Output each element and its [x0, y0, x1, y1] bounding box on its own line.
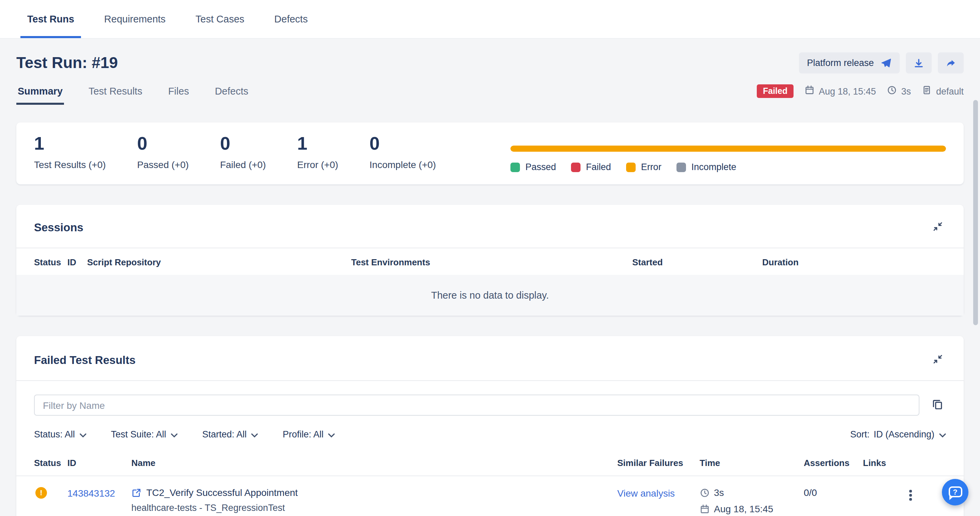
sort-label: Sort:	[850, 429, 869, 440]
chevron-down-icon	[939, 429, 946, 440]
run-duration: 3s	[887, 85, 911, 97]
sessions-card: Sessions Status ID Script Repository Tes…	[16, 205, 964, 316]
progress-bar-track	[511, 146, 946, 152]
col-time: Time	[700, 449, 804, 476]
row-actions-menu-button[interactable]	[907, 487, 914, 503]
stat-error: 1 Error (+0)	[297, 133, 338, 170]
stat-failed: 0 Failed (+0)	[220, 133, 266, 170]
stat-incomplete: 0 Incomplete (+0)	[369, 133, 436, 170]
header-actions: Platform release	[799, 52, 964, 73]
test-date: Aug 18, 15:45	[714, 503, 773, 514]
legend-swatch-error	[626, 162, 636, 172]
tab-test-runs[interactable]: Test Runs	[23, 0, 78, 38]
chat-question-icon: ?	[948, 486, 962, 497]
legend-failed: Failed	[571, 162, 611, 172]
sort-dropdown[interactable]: ID (Ascending)	[873, 429, 946, 440]
download-button[interactable]	[906, 52, 932, 73]
chevron-down-icon	[251, 429, 258, 440]
filter-by-name-input[interactable]	[34, 395, 920, 416]
stat-passed: 0 Passed (+0)	[137, 133, 189, 170]
tab-summary[interactable]: Summary	[16, 86, 64, 105]
chevron-down-icon	[328, 429, 335, 440]
view-analysis-link[interactable]: View analysis	[617, 488, 675, 499]
tab-test-cases[interactable]: Test Cases	[192, 0, 248, 38]
tab-run-defects[interactable]: Defects	[213, 86, 250, 105]
progress-bar-fill	[511, 146, 946, 152]
legend-swatch-passed	[511, 162, 520, 172]
test-suite-filter-dropdown[interactable]: Test Suite: All	[111, 429, 178, 440]
stat-label: Test Results (+0)	[34, 159, 106, 170]
col-status: Status	[34, 248, 67, 275]
copy-button[interactable]	[929, 395, 946, 414]
sessions-table-header: Status ID Script Repository Test Environ…	[16, 248, 964, 275]
tab-requirements[interactable]: Requirements	[100, 0, 170, 38]
tab-defects[interactable]: Defects	[270, 0, 312, 38]
collapse-icon	[932, 221, 943, 234]
run-date-label: Aug 18, 15:45	[819, 86, 876, 96]
run-profile-label: default	[936, 86, 964, 96]
test-name[interactable]: TC2_Verify Successful Appointment	[146, 487, 298, 498]
sessions-empty-state: There is no data to display.	[16, 275, 964, 316]
tab-test-results[interactable]: Test Results	[87, 86, 143, 105]
sessions-collapse-button[interactable]	[930, 218, 946, 237]
row-assertions-cell: 0/0	[804, 487, 863, 498]
col-script-repository: Script Repository	[87, 248, 351, 275]
col-test-environments: Test Environments	[351, 248, 632, 275]
row-similar-failures-cell: View analysis	[617, 487, 700, 499]
col-id: ID	[67, 248, 87, 275]
sessions-head: Sessions	[16, 205, 964, 237]
share-icon	[945, 57, 956, 68]
profile-filter-dropdown[interactable]: Profile: All	[283, 429, 335, 440]
legend-passed: Passed	[511, 162, 556, 172]
legend-error: Error	[626, 162, 662, 172]
legend-swatch-failed	[571, 162, 581, 172]
subtabs-row: Summary Test Results Files Defects Faile…	[16, 84, 964, 105]
filters-bar: Status: All Test Suite: All Started: All…	[16, 416, 964, 440]
test-result-id-link[interactable]: 143843132	[67, 488, 115, 499]
page-title: Test Run: #19	[16, 54, 118, 72]
error-status-icon: !	[35, 487, 47, 499]
stat-value: 0	[369, 133, 436, 154]
failed-results-head: Failed Test Results	[16, 351, 964, 369]
status-badge: Failed	[757, 84, 794, 98]
scrollbar[interactable]	[973, 100, 978, 325]
stat-value: 0	[220, 133, 266, 154]
row-name-cell: TC2_Verify Successful Appointment health…	[131, 487, 617, 516]
run-profile: default	[922, 85, 964, 97]
stats-summary: 1 Test Results (+0) 0 Passed (+0) 0 Fail…	[34, 133, 436, 170]
send-icon	[881, 57, 891, 68]
document-icon	[922, 85, 932, 97]
app-root: Test Runs Requirements Test Cases Defect…	[0, 0, 980, 516]
dropdown-label: Started: All	[202, 429, 247, 440]
run-tabs: Summary Test Results Files Defects	[16, 86, 273, 105]
tab-files[interactable]: Files	[167, 86, 190, 105]
help-chat-button[interactable]: ?	[942, 479, 969, 505]
col-status: Status	[34, 449, 67, 476]
chevron-down-icon	[80, 429, 86, 440]
legend-label: Error	[641, 162, 662, 172]
calendar-icon	[700, 504, 710, 514]
run-duration-label: 3s	[901, 86, 911, 96]
legend-label: Failed	[586, 162, 611, 172]
stat-label: Passed (+0)	[137, 159, 189, 170]
failed-results-collapse-button[interactable]	[930, 351, 946, 369]
share-button[interactable]	[938, 52, 964, 73]
legend-label: Incomplete	[692, 162, 737, 172]
legend-label: Passed	[525, 162, 556, 172]
clock-icon	[887, 85, 897, 97]
external-link-icon[interactable]	[131, 487, 142, 498]
platform-release-button[interactable]: Platform release	[799, 52, 900, 73]
test-suite-path: healthcare-tests - TS_RegressionTest	[131, 503, 617, 513]
collapse-icon	[932, 354, 943, 367]
status-filter-dropdown[interactable]: Status: All	[34, 429, 86, 440]
results-distribution-chart: Passed Failed Error Incomplete	[511, 133, 946, 172]
col-name: Name	[131, 449, 617, 476]
started-filter-dropdown[interactable]: Started: All	[202, 429, 258, 440]
sessions-title: Sessions	[34, 221, 83, 234]
col-duration: Duration	[762, 248, 946, 275]
run-meta: Failed Aug 18, 15:45 3s	[757, 84, 964, 105]
filter-row	[16, 381, 964, 416]
sort-control: Sort: ID (Ascending)	[850, 429, 946, 440]
run-date: Aug 18, 15:45	[804, 85, 876, 97]
failed-results-title: Failed Test Results	[34, 354, 135, 367]
